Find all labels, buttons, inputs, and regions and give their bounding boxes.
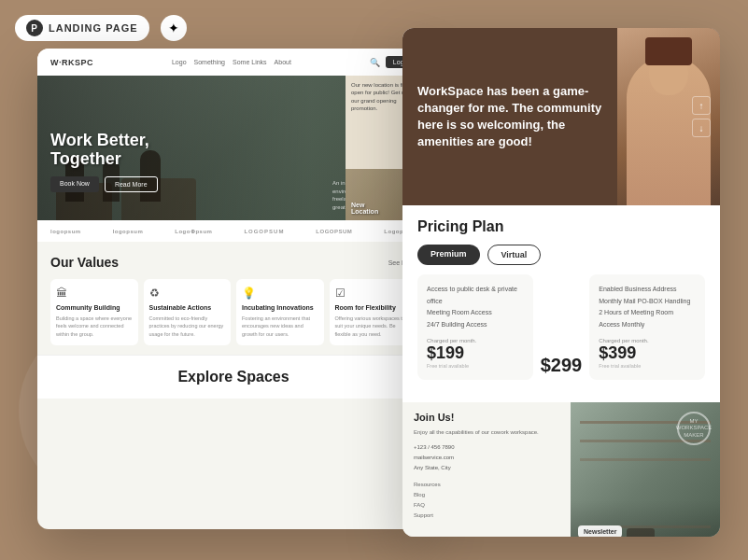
logo-2: logopsum bbox=[113, 229, 144, 234]
logo-4: LOGOPSUM bbox=[244, 229, 284, 234]
virtual-price-note: Free trial available bbox=[599, 363, 696, 371]
landing-badge: P LANDING PAGE bbox=[15, 15, 149, 41]
explore-title: Explore Spaces bbox=[50, 369, 416, 385]
read-more-button[interactable]: Read More bbox=[105, 176, 158, 192]
contact-phone: +123 / 456 7890 bbox=[414, 442, 559, 453]
virtual-price: $399 bbox=[599, 343, 696, 363]
premium-price: $199 bbox=[427, 343, 524, 363]
values-header: Our Values See More bbox=[50, 255, 416, 270]
testimonial-text: WorkSpace has been a game-changer for me… bbox=[402, 28, 617, 205]
book-now-button[interactable]: Book Now bbox=[50, 176, 99, 192]
tab-virtual[interactable]: Virtual bbox=[487, 245, 542, 265]
contact-links: Resources Blog FAQ Support bbox=[414, 480, 559, 520]
search-icon[interactable]: 🔍 bbox=[370, 58, 380, 67]
testimonial-section: WorkSpace has been a game-changer for me… bbox=[402, 28, 720, 205]
newsletter-badge: Newsletter bbox=[578, 525, 622, 537]
premium-price-note: Free trial available bbox=[427, 363, 524, 371]
innovation-icon: 💡 bbox=[242, 287, 318, 300]
pricing-section: Pricing Plan Premium Virtual Access to p… bbox=[402, 205, 720, 402]
plan-card-premium: Access to public desk & private office M… bbox=[417, 274, 533, 380]
left-card: W·RKSPC Logo Something Some Links About … bbox=[37, 49, 430, 529]
value-card-community: 🏛 Community Building Building a space wh… bbox=[50, 279, 138, 345]
virtual-price-row: Charged per month. $399 Free trial avail… bbox=[599, 338, 696, 371]
plan-card-virtual: Enabled Business Address Monthly Mail PO… bbox=[589, 274, 705, 380]
value-card-innovation: 💡 Incubating Innovations Fostering an en… bbox=[236, 279, 324, 345]
pricing-title: Pricing Plan bbox=[417, 218, 705, 235]
hero-buttons: Book Now Read More bbox=[50, 176, 158, 192]
sustainable-icon: ♻ bbox=[149, 287, 226, 300]
lc-navbar: W·RKSPC Logo Something Some Links About … bbox=[37, 49, 430, 76]
innovation-name: Incubating Innovations bbox=[242, 303, 318, 312]
contact-title: Join Us! bbox=[414, 412, 559, 423]
nav-link-1[interactable]: Logo bbox=[172, 59, 187, 65]
innovation-desc: Fostering an environment that encourages… bbox=[242, 315, 318, 338]
landing-badge-label: LANDING PAGE bbox=[49, 22, 138, 34]
link-resources[interactable]: Resources bbox=[414, 480, 559, 490]
lc-values-section: Our Values See More 🏛 Community Building… bbox=[37, 242, 430, 355]
values-grid: 🏛 Community Building Building a space wh… bbox=[50, 279, 416, 345]
plan-tabs: Premium Virtual bbox=[417, 245, 705, 265]
community-desc: Building a space where everyone feels we… bbox=[56, 315, 133, 338]
nav-link-2[interactable]: Something bbox=[194, 59, 225, 65]
hero-title: Work Better,Together bbox=[50, 131, 158, 169]
arrow-up[interactable]: ↑ bbox=[692, 96, 711, 115]
right-card: WorkSpace has been a game-changer for me… bbox=[402, 28, 720, 537]
arrow-down[interactable]: ↓ bbox=[692, 119, 711, 137]
flexibility-icon: ☑ bbox=[335, 287, 412, 300]
new-location-label: NewLocation bbox=[351, 202, 378, 215]
logo-5: LOGOPSUM bbox=[316, 229, 352, 234]
community-name: Community Building bbox=[56, 303, 133, 312]
contact-desc: Enjoy all the capabilities of our cowork… bbox=[414, 428, 559, 437]
office-image: MY WORKSPACE MAKER Newsletter Play Compa… bbox=[571, 402, 720, 537]
top-bar: P LANDING PAGE ✦ bbox=[15, 15, 187, 41]
link-support[interactable]: Support bbox=[414, 511, 559, 521]
rc-bottom-section: Join Us! Enjoy all the capabilities of o… bbox=[402, 402, 720, 537]
nav-link-3[interactable]: Some Links bbox=[233, 59, 267, 65]
tab-premium[interactable]: Premium bbox=[417, 245, 480, 265]
community-icon: 🏛 bbox=[56, 287, 133, 300]
virtual-features: Enabled Business Address Monthly Mail PO… bbox=[599, 284, 696, 330]
premium-features: Access to public desk & private office M… bbox=[427, 284, 524, 330]
sustainable-name: Sustainable Actions bbox=[149, 303, 226, 312]
workspace-badge: MY WORKSPACE MAKER bbox=[677, 412, 711, 445]
contact-section: Join Us! Enjoy all the capabilities of o… bbox=[402, 402, 571, 537]
plans-row: Access to public desk & private office M… bbox=[417, 274, 705, 380]
premium-price-row: Charged per month. $199 Free trial avail… bbox=[427, 338, 524, 371]
contact-info: +123 / 456 7890 mailservice.com Any Stat… bbox=[414, 442, 559, 472]
lc-logo: W·RKSPC bbox=[50, 58, 93, 67]
contact-address: Any State, City bbox=[414, 463, 559, 473]
flexibility-desc: Offering various workspaces to suit your… bbox=[335, 315, 412, 338]
p-icon: P bbox=[26, 20, 43, 36]
lc-logos-bar: logopsum logopsum Logo⊕psum LOGOPSUM LOG… bbox=[37, 220, 430, 242]
testimonial-quote: WorkSpace has been a game-changer for me… bbox=[417, 83, 602, 151]
nav-link-4[interactable]: About bbox=[275, 59, 291, 65]
hero-text: Work Better,Together Book Now Read More bbox=[50, 131, 158, 192]
middle-price: $299 bbox=[541, 355, 583, 376]
link-blog[interactable]: Blog bbox=[414, 490, 559, 500]
lc-explore-section: Explore Spaces bbox=[37, 355, 430, 399]
logo-3: Logo⊕psum bbox=[175, 228, 212, 234]
sustainable-desc: Committed to eco-friendly practices by r… bbox=[149, 315, 226, 338]
middle-price-divider: $299 bbox=[541, 274, 583, 380]
link-faq[interactable]: FAQ bbox=[414, 500, 559, 511]
logo-1: logopsum bbox=[50, 229, 81, 234]
figma-icon: ✦ bbox=[161, 15, 187, 41]
lc-hero: Work Better,Together Book Now Read More … bbox=[37, 76, 430, 220]
values-title: Our Values bbox=[50, 255, 119, 270]
lc-nav-links: Logo Something Some Links About bbox=[172, 59, 291, 65]
flexibility-name: Room for Flexibility bbox=[335, 303, 412, 312]
contact-email: mailservice.com bbox=[414, 453, 559, 463]
value-card-sustainable: ♻ Sustainable Actions Committed to eco-f… bbox=[144, 279, 232, 345]
testimonial-nav: ↑ ↓ bbox=[692, 96, 711, 137]
